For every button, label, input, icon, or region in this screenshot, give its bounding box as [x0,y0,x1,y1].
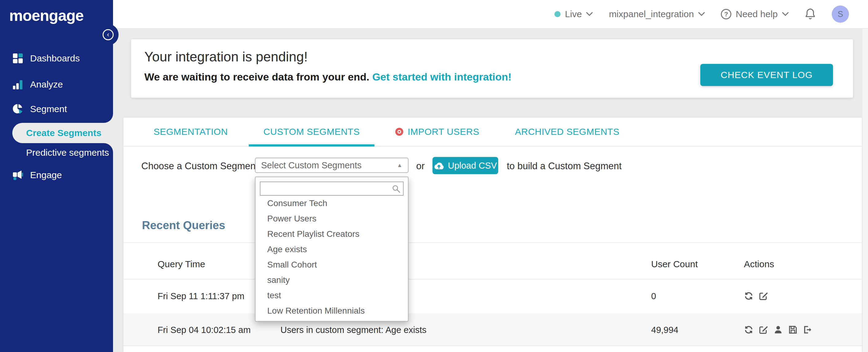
tab-bar: SEGMENTATION CUSTOM SEGMENTS IMPORT USER… [123,118,862,147]
table-row: Fri Sep 11 1:11:37 pm 0 [123,280,862,313]
top-bar: Live mixpanel_integration ? Need help S [113,0,868,29]
tab-custom-segments[interactable]: CUSTOM SEGMENTS [249,118,375,146]
environment-switcher[interactable]: Live [554,9,593,19]
sidebar-item-label: Engage [30,170,62,180]
tab-label: ARCHIVED SEGMENTS [515,127,619,137]
cloud-upload-icon [434,162,444,169]
dashboards-grid-icon [12,53,23,64]
refresh-icon[interactable] [744,291,753,301]
tab-segmentation[interactable]: SEGMENTATION [139,118,243,146]
dropdown-search [260,182,404,196]
analyze-bars-icon [12,79,23,90]
tab-label: IMPORT USERS [408,127,479,137]
query-time-cell: Fri Sep 11 1:11:37 pm [158,291,245,301]
dropdown-option[interactable]: test [260,288,404,303]
edit-icon[interactable] [758,291,768,301]
workspace-switcher[interactable]: mixpanel_integration [609,9,705,19]
user-count-cell: 49,994 [651,325,679,335]
tab-label: SEGMENTATION [154,127,228,137]
banner-title: Your integration is pending! [144,49,308,64]
chevron-down-icon [782,12,789,16]
user-icon[interactable] [773,325,783,334]
pill-concave-corner [104,114,113,123]
engage-megaphone-icon [12,169,23,181]
dropdown-option[interactable]: Power Users [260,211,404,226]
save-icon[interactable] [788,325,798,334]
edit-icon[interactable] [758,325,768,334]
refresh-icon[interactable] [744,325,753,334]
dropdown-option[interactable]: Small Cohort [260,257,404,273]
help-icon: ? [721,9,731,19]
live-label: Live [565,9,582,19]
banner-subtitle-text: We are waiting to receive data from your… [144,71,369,83]
check-event-log-button[interactable]: CHECK EVENT LOG [700,64,833,86]
build-segment-suffix: to build a Custom Segment [507,161,622,172]
sidebar-collapse-button[interactable]: ‹ [102,29,114,40]
segments-panel: SEGMENTATION CUSTOM SEGMENTS IMPORT USER… [123,118,862,352]
actions-cell [744,325,812,334]
caret-up-icon: ▲ [397,162,402,169]
table-header-row: Query Time User Count Actions [123,243,862,280]
live-status-dot [554,11,561,17]
custom-segment-dropdown: Consumer Tech Power Users Recent Playlis… [255,177,408,322]
sidebar-item-label: Segment [30,104,67,114]
actions-cell [744,291,768,301]
sidebar-item-engage[interactable]: Engage [12,169,62,181]
integration-pending-banner: Your integration is pending! We are wait… [131,39,853,98]
user-avatar[interactable]: S [832,5,849,23]
select-value: Select Custom Segments [261,160,362,170]
export-icon[interactable] [803,325,812,334]
upload-csv-label: Upload CSV [448,161,497,171]
dropdown-option[interactable]: Low Retention Millennials [260,303,404,319]
dropdown-option[interactable]: sanity [260,273,404,288]
banner-subtitle: We are waiting to receive data from your… [144,71,512,83]
column-header-query-time: Query Time [158,259,205,269]
tab-archived-segments[interactable]: ARCHIVED SEGMENTS [500,118,634,146]
segment-pie-icon [12,103,23,115]
moengage-logo: moengage [9,7,84,25]
table-row: Fri Sep 04 10:02:15 am Users in custom s… [123,313,862,346]
chevron-down-icon [698,12,705,16]
custom-segment-select[interactable]: Select Custom Segments ▲ [255,158,408,173]
sidebar-item-label: Analyze [30,79,63,90]
workspace-name: mixpanel_integration [609,9,694,19]
dropdown-option[interactable]: Consumer Tech [260,196,404,211]
search-icon [392,185,401,193]
query-info-cell: Users in custom segment: Age exists [280,325,426,335]
help-menu[interactable]: ? Need help [721,9,789,19]
notifications-bell-icon[interactable] [805,8,816,20]
get-started-link[interactable]: Get started with integration! [372,71,512,83]
tab-label: CUSTOM SEGMENTS [264,127,360,137]
scrollbar-track[interactable] [863,29,868,352]
or-text: or [416,161,425,172]
dropdown-option[interactable]: Age exists [260,242,404,257]
help-label: Need help [736,9,778,19]
sidebar-item-segment[interactable]: Segment [12,103,67,115]
sidebar-item-label: Dashboards [30,53,80,64]
sidebar-item-dashboards[interactable]: Dashboards [12,53,80,64]
dropdown-search-input[interactable] [260,182,403,195]
query-time-cell: Fri Sep 04 10:02:15 am [158,325,251,335]
column-header-user-count: User Count [651,259,698,269]
upload-csv-button[interactable]: Upload CSV [432,157,498,174]
sidebar-item-create-segments[interactable]: Create Segments [26,128,101,138]
import-users-dot-icon [395,128,403,136]
dropdown-option[interactable]: Recent Playlist Creators [260,226,404,242]
sidebar-item-predictive-segments[interactable]: Predictive segments [26,148,109,158]
sidebar: moengage ‹ Dashboards Analyze Segment Cr… [0,0,113,352]
recent-queries-title: Recent Queries [142,219,225,232]
tab-import-users[interactable]: IMPORT USERS [380,118,494,146]
column-header-actions: Actions [744,259,774,269]
user-count-cell: 0 [651,291,656,301]
chevron-down-icon [586,12,593,16]
sidebar-item-analyze[interactable]: Analyze [12,79,63,90]
choose-segment-label: Choose a Custom Segment: [141,161,261,172]
